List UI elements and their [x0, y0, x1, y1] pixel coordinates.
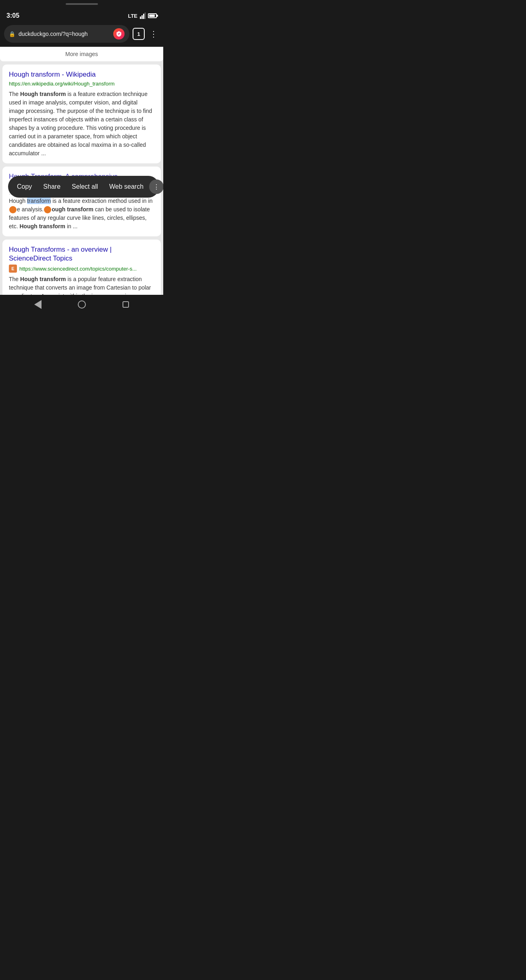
status-time: 3:05	[6, 12, 19, 19]
more-images-bar[interactable]: More images	[0, 47, 163, 61]
result-url[interactable]: https://en.wikipedia.org/wiki/Hough_tran…	[9, 81, 154, 87]
result-url-3[interactable]: https://www.sciencedirect.com/topics/com…	[19, 266, 137, 272]
share-button[interactable]: Share	[37, 176, 66, 198]
network-label: LTE	[128, 13, 137, 19]
svg-rect-3	[145, 13, 146, 19]
url-container[interactable]: 🔒 duckduckgo.com/?q=hough	[4, 25, 129, 43]
selected-text: transform	[27, 198, 51, 204]
copy-button[interactable]: Copy	[11, 176, 37, 198]
svg-rect-2	[143, 14, 144, 19]
results-container: More images Hough transform - Wikipedia …	[0, 47, 163, 295]
result-card-3: Hough Transforms - an overview |ScienceD…	[2, 240, 161, 295]
back-button[interactable]	[34, 300, 42, 309]
result-title[interactable]: Hough transform - Wikipedia	[9, 70, 154, 79]
sciencedirect-icon: E	[9, 265, 17, 273]
battery-icon	[148, 13, 157, 18]
bottom-nav	[0, 295, 163, 314]
home-icon	[78, 300, 86, 309]
notch-bar	[0, 0, 163, 8]
result-card: Hough transform - Wikipedia https://en.w…	[2, 65, 161, 163]
svg-rect-0	[140, 17, 141, 19]
home-button[interactable]	[78, 300, 86, 309]
web-search-button[interactable]: Web search	[104, 176, 149, 198]
brave-logo-icon	[113, 28, 125, 40]
select-all-button[interactable]: Select all	[66, 176, 104, 198]
context-menu-more-button[interactable]: ⋮	[149, 179, 163, 194]
result-snippet-3: The Hough transform is a popular feature…	[9, 275, 154, 295]
tab-count[interactable]: 1	[133, 28, 145, 40]
svg-rect-1	[141, 15, 143, 19]
back-icon	[34, 300, 42, 309]
lock-icon: 🔒	[9, 31, 15, 37]
status-icons: LTE	[128, 13, 157, 19]
url-text: duckduckgo.com/?q=hough	[19, 31, 110, 37]
status-bar: 3:05 LTE	[0, 8, 163, 23]
result-title-3[interactable]: Hough Transforms - an overview |ScienceD…	[9, 245, 154, 263]
browser-menu-button[interactable]: ⋮	[148, 29, 159, 39]
signal-icon	[140, 13, 146, 19]
recents-button[interactable]	[123, 301, 129, 308]
recents-icon	[123, 301, 129, 308]
notch-pill	[66, 3, 98, 5]
result-snippet: The Hough transform is a feature extract…	[9, 90, 154, 158]
address-bar: 🔒 duckduckgo.com/?q=hough 1 ⋮	[0, 23, 163, 47]
context-menu: Copy Share Select all Web search ⋮	[8, 176, 159, 198]
content-area: More images Hough transform - Wikipedia …	[0, 47, 163, 295]
